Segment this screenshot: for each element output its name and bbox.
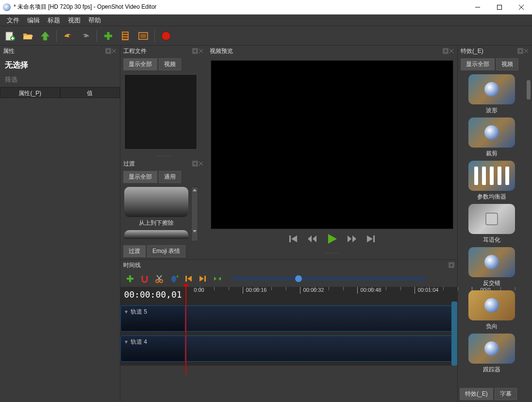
tab-video[interactable]: 视频	[159, 58, 181, 70]
panel-close-icon[interactable]	[449, 48, 454, 54]
transitions-scrollbar[interactable]	[191, 187, 198, 241]
jump-end-button[interactable]	[366, 234, 376, 244]
razor-button[interactable]	[154, 274, 164, 284]
tab-common-trans[interactable]: 通用	[159, 171, 181, 183]
panel-float-icon[interactable]	[192, 48, 198, 54]
fullscreen-button[interactable]	[137, 30, 150, 42]
column-value[interactable]: 值	[60, 87, 120, 98]
window-title: * 未命名项目 [HD 720p 30 fps] - OpenShot Vide…	[14, 3, 466, 11]
menu-help[interactable]: 帮助	[84, 15, 105, 26]
panel-float-icon[interactable]	[192, 161, 198, 167]
ruler-tick	[415, 287, 415, 294]
export-video-button[interactable]	[160, 30, 172, 42]
jump-start-button[interactable]	[288, 234, 298, 244]
timeline-ruler[interactable]: 0:0000:00:1600:00:3200:00:4800:01:0400:0	[185, 287, 457, 302]
menu-title[interactable]: 标题	[44, 15, 64, 26]
drag-handle-icon[interactable]: .......	[120, 151, 207, 158]
main-content: 属性 无选择 筛选 属性(_P) 值 工程文件	[0, 46, 532, 402]
preview-viewport[interactable]	[211, 60, 453, 229]
tab-subtitles[interactable]: 字幕	[495, 388, 517, 400]
transition-item[interactable]: 从上到下擦除	[124, 187, 188, 241]
zoom-slider-knob[interactable]	[295, 275, 302, 282]
panel-float-icon[interactable]	[449, 262, 454, 268]
transitions-tabs: 显示全部 通用	[120, 169, 207, 185]
zoom-slider[interactable]	[232, 277, 426, 281]
svg-rect-37	[450, 264, 453, 267]
open-project-button[interactable]	[21, 30, 34, 42]
tab-effects[interactable]: 特效(_E)	[460, 388, 493, 400]
preview-header: 视频预览	[207, 46, 457, 56]
panel-close-icon[interactable]	[523, 48, 529, 54]
prev-marker-button[interactable]	[183, 274, 193, 284]
undo-button[interactable]	[62, 30, 74, 42]
effect-label: 耳语化	[460, 236, 523, 244]
center-left-stack: 工程文件 显示全部 视频 ....... 过渡	[120, 46, 207, 259]
preview-title: 视频预览	[210, 47, 233, 55]
project-files-list[interactable]	[124, 74, 197, 150]
svg-rect-27	[194, 162, 197, 165]
ruler-tick	[357, 287, 358, 294]
tab-show-all[interactable]: 显示全部	[123, 58, 157, 70]
project-files-title: 工程文件	[123, 47, 147, 55]
timeline-title: 时间线	[123, 261, 141, 269]
tab-fx-video[interactable]: 视频	[496, 58, 518, 70]
menu-file[interactable]: 文件	[3, 15, 23, 26]
effect-item[interactable]: 耳语化	[460, 204, 523, 244]
rewind-button[interactable]	[307, 234, 317, 244]
tab-transitions[interactable]: 过渡	[123, 245, 146, 257]
effect-item[interactable]: 波形	[460, 74, 523, 115]
maximize-button[interactable]	[488, 0, 510, 15]
chevron-down-icon: ▾	[125, 308, 128, 315]
redo-button[interactable]	[79, 30, 92, 42]
new-project-button[interactable]	[4, 30, 17, 42]
snapping-button[interactable]	[140, 274, 150, 284]
save-project-button[interactable]	[39, 30, 51, 42]
effect-label: 跟踪器	[460, 366, 523, 374]
menu-edit[interactable]: 编辑	[23, 15, 44, 26]
profile-button[interactable]	[119, 30, 132, 42]
tab-emoji[interactable]: Emoji 表情	[147, 245, 185, 257]
panel-float-icon[interactable]	[443, 48, 449, 54]
track-body[interactable]	[185, 305, 453, 332]
track-body[interactable]	[185, 335, 453, 362]
tab-fx-show-all[interactable]: 显示全部	[461, 58, 495, 70]
timeline-ruler-row: 00:00:00,01 0:0000:00:1600:00:3200:00:48…	[120, 287, 457, 302]
effects-scrollbar[interactable]	[525, 72, 532, 386]
menu-view[interactable]: 视图	[64, 15, 84, 26]
upper-center-row: 工程文件 显示全部 视频 ....... 过渡	[120, 46, 457, 259]
track-header[interactable]: ▾轨道 5	[120, 305, 185, 332]
timeline-vertical-scrollbar[interactable]	[451, 302, 457, 366]
track-header[interactable]: ▾轨道 4	[120, 335, 185, 362]
panel-close-icon[interactable]	[111, 48, 117, 54]
fast-forward-button[interactable]	[347, 234, 357, 244]
transitions-panel: 过渡 显示全部 通用 从上到下擦除	[120, 158, 207, 259]
effect-item[interactable]: 负向	[460, 290, 523, 331]
add-marker-button[interactable]: +	[169, 274, 179, 284]
ruler-tick-minor	[372, 287, 372, 290]
panel-close-icon[interactable]	[198, 48, 204, 54]
ruler-tick-minor	[286, 287, 286, 290]
add-track-button[interactable]	[125, 274, 135, 284]
tab-show-all-trans[interactable]: 显示全部	[123, 171, 157, 183]
panel-float-icon[interactable]	[105, 48, 111, 54]
timeline-header: 时间线	[120, 260, 457, 270]
ruler-tick-minor	[400, 287, 401, 290]
close-button[interactable]	[510, 0, 532, 15]
effect-item[interactable]: 参数均衡器	[460, 161, 523, 201]
play-button[interactable]	[326, 233, 338, 245]
next-marker-button[interactable]	[198, 274, 208, 284]
ruler-tick-minor	[214, 287, 215, 290]
import-files-button[interactable]	[102, 30, 115, 42]
effect-item[interactable]: 裁剪	[460, 117, 523, 158]
properties-filter-input[interactable]: 筛选	[0, 74, 120, 87]
main-toolbar	[0, 26, 532, 46]
effect-item[interactable]: 反交错	[460, 247, 523, 287]
timeline-timecode[interactable]: 00:00:00,01	[120, 289, 185, 300]
minimize-button[interactable]	[466, 0, 488, 15]
panel-close-icon[interactable]	[198, 161, 204, 167]
drag-handle-icon[interactable]: .......	[211, 249, 453, 255]
panel-float-icon[interactable]	[517, 48, 523, 54]
effect-item[interactable]: 跟踪器	[460, 334, 523, 374]
column-property[interactable]: 属性(_P)	[0, 87, 60, 98]
center-playhead-button[interactable]	[213, 274, 222, 284]
